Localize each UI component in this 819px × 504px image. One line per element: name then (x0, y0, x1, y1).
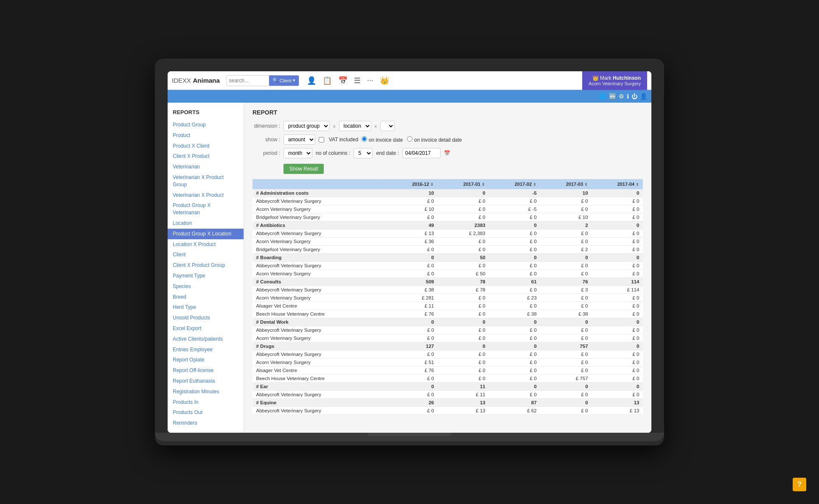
sidebar-item-reminders[interactable]: Reminders (168, 418, 244, 428)
row-val-1-0: £ 0 (386, 197, 438, 205)
sidebar-item-species[interactable]: Species (168, 281, 244, 292)
table-row: # Consults509786176114 (253, 278, 643, 286)
row-val-7-0: £ 0 (386, 246, 438, 254)
sidebar-item-products-in[interactable]: Products In (168, 397, 244, 408)
sidebar-item-herd-type[interactable]: Herd Type (168, 302, 244, 313)
row-val-25-0: £ 0 (386, 391, 438, 399)
col-header-3[interactable]: 2017-02⇕ (489, 179, 540, 189)
sidebar-item-product-x-client[interactable]: Product X Client (168, 141, 244, 151)
col-header-5[interactable]: 2017-04⇕ (592, 179, 643, 189)
search-button[interactable]: 🔍 Client ▾ (269, 76, 299, 86)
row-val-22-2: £ 0 (489, 367, 540, 375)
end-date-input[interactable] (402, 148, 440, 158)
table-row: Abbeycroft Veterinary Surgery£ 0£ 0£ 0£ … (253, 350, 643, 358)
row-val-2-2: £ -5 (489, 205, 540, 213)
dimension-select-3[interactable] (380, 121, 395, 131)
more-icon[interactable]: ··· (367, 76, 373, 85)
row-val-4-4: 0 (592, 221, 643, 230)
row-val-26-2: 87 (489, 399, 540, 407)
row-val-5-1: £ 2,383 (438, 230, 489, 238)
vat-checkbox[interactable] (319, 137, 324, 143)
sidebar-item-location[interactable]: Location (168, 218, 244, 229)
table-body: # Administration costs100-5100Abbeycroft… (253, 189, 643, 415)
sidebar-item-veterinarian-x-product-group[interactable]: Veterinarian X Product Group (168, 172, 244, 190)
sidebar-item-product-group-x-location[interactable]: Product Group X Location (168, 229, 244, 239)
on-invoice-detail-label[interactable]: on invoice detail date (407, 136, 462, 143)
sidebar-item-report-opiate[interactable]: Report Opiate (168, 355, 244, 365)
row-val-23-4: £ 0 (592, 375, 643, 383)
sidebar-item-entries-employee[interactable]: Entries Employee (168, 344, 244, 355)
row-val-16-3: 0 (540, 318, 592, 326)
row-val-24-0: 0 (386, 383, 438, 391)
sidebar-item-veterinarian[interactable]: Veterinarian (168, 162, 244, 172)
row-val-20-1: £ 0 (438, 350, 489, 358)
col-header-0[interactable] (253, 179, 386, 189)
no-columns-select[interactable]: 5 (353, 148, 373, 158)
sidebar-item-unsold-products[interactable]: Unsold Products (168, 313, 244, 323)
list-icon[interactable]: ☰ (354, 76, 361, 85)
sidebar-item-product-group[interactable]: Product Group (168, 120, 244, 130)
table-row: Acorn Veterinary Surgery£ 10£ 0£ -5£ 0£ … (253, 205, 643, 213)
sidebar-item-client-x-product-group[interactable]: Client X Product Group (168, 260, 244, 271)
sidebar-item-payment-type[interactable]: Payment Type (168, 271, 244, 281)
row-name-3: Bridgefoot Veterinary Surgery (253, 213, 386, 221)
row-val-12-0: £ 38 (386, 286, 438, 294)
col-header-1[interactable]: 2016-12⇕ (386, 179, 438, 189)
on-invoice-date-radio[interactable] (362, 136, 367, 142)
row-val-10-0: £ 0 (386, 270, 438, 278)
sidebar-item-breed[interactable]: Breed (168, 292, 244, 302)
on-invoice-detail-radio[interactable] (407, 136, 412, 142)
row-val-15-4: £ 0 (592, 310, 643, 318)
row-val-5-0: £ 13 (386, 230, 438, 238)
sidebar-item-client[interactable]: Client (168, 249, 244, 260)
person-icon[interactable]: 👤 (307, 76, 316, 85)
sidebar-item-products-out[interactable]: Products Out (168, 407, 244, 418)
sidebar-item-report-euthanasia[interactable]: Report Euthanasia (168, 376, 244, 386)
sidebar-item-report-off-license[interactable]: Report Off-license (168, 365, 244, 376)
show-result-button[interactable]: Show Result (283, 164, 324, 174)
on-invoice-date-label[interactable]: on invoice date (362, 136, 403, 143)
row-val-11-4: 114 (592, 278, 643, 286)
col-header-4[interactable]: 2017-03⇕ (540, 179, 592, 189)
x-separator-1: x (333, 123, 336, 129)
report-area: REPORT dimension : product group x locat… (244, 103, 651, 433)
sidebar-item-location-x-product[interactable]: Location X Product (168, 239, 244, 250)
sidebar-item-product[interactable]: Product (168, 130, 244, 141)
translate-icon[interactable]: 🔤 (609, 93, 616, 100)
row-val-26-0: 26 (386, 399, 438, 407)
user-circle-icon[interactable]: 👤 (640, 93, 647, 100)
sidebar-item-active-clients/patients[interactable]: Active Clients/patients (168, 334, 244, 344)
calendar-icon[interactable]: 📅 (338, 76, 348, 85)
show-select[interactable]: amount (283, 134, 315, 145)
settings-icon[interactable]: ⚙ (619, 93, 624, 100)
dimension-select-1[interactable]: product group (283, 121, 330, 131)
info-icon[interactable]: ℹ (627, 93, 629, 100)
row-name-26: # Equine (253, 399, 386, 407)
row-val-12-4: £ 114 (592, 286, 643, 294)
document-icon[interactable]: 📋 (323, 76, 332, 85)
row-name-10: Acorn Veterinary Surgery (253, 270, 386, 278)
sidebar-item-veterinarian-x-product[interactable]: Veterinarian X Product (168, 190, 244, 201)
row-val-10-3: £ 0 (540, 270, 592, 278)
search-input[interactable] (227, 76, 269, 86)
sidebar-item-excel-export[interactable]: Excel Export (168, 323, 244, 334)
calendar-input-icon[interactable]: 📅 (444, 150, 450, 156)
row-val-18-3: £ 0 (540, 334, 592, 342)
crown-icon[interactable]: 👑 (380, 76, 389, 85)
sidebar-item-client-x-product[interactable]: Client X Product (168, 151, 244, 162)
search-box[interactable]: 🔍 Client ▾ (226, 75, 299, 86)
row-name-15: Beech House Veterinary Centre (253, 310, 386, 318)
row-val-16-2: 0 (489, 318, 540, 326)
period-select[interactable]: month (283, 148, 312, 158)
table-row: Acorn Veterinary Surgery£ 281£ 0£ 23£ 0£… (253, 294, 643, 302)
table-row: Abbeycroft Veterinary Surgery£ 0£ 13£ 62… (253, 407, 643, 415)
power-icon[interactable]: ⏻ (631, 93, 637, 100)
col-header-2[interactable]: 2017-01⇕ (438, 179, 489, 189)
row-val-21-1: £ 0 (438, 358, 489, 367)
dimension-select-2[interactable]: location (339, 121, 371, 131)
row-val-19-4: 0 (592, 342, 643, 350)
sidebar-item-registration-minutes[interactable]: Registration Minutes (168, 386, 244, 397)
sidebar-item-product-group-x-veterinarian[interactable]: Product Group X Veterinarian (168, 200, 244, 218)
table-row: Acorn Veterinary Surgery£ 36£ 0£ 0£ 0£ 0 (253, 238, 643, 246)
flag-icon[interactable]: 🌐 (599, 93, 606, 100)
